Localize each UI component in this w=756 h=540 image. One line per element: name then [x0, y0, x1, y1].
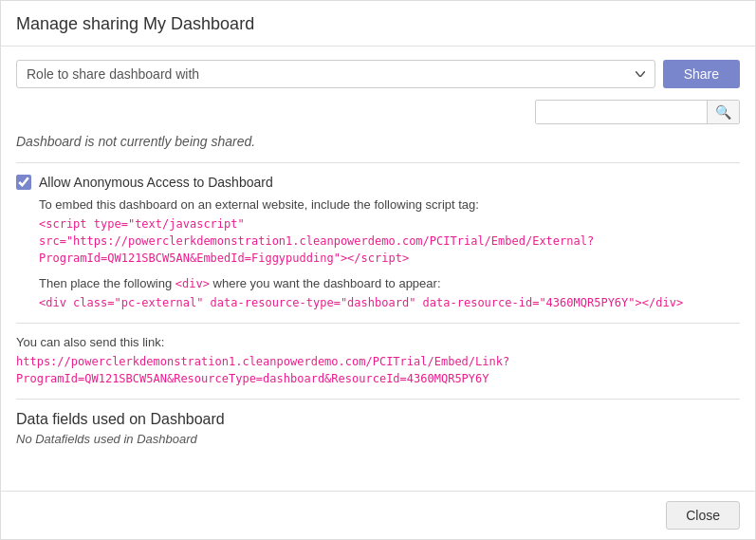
embed-intro-text: To embed this dashboard on an external w… [39, 197, 740, 212]
anonymous-checkbox-row: Allow Anonymous Access to Dashboard [16, 175, 740, 190]
embed-script-code: <script type="text/javascript" src="http… [39, 215, 740, 267]
search-box: 🔍 [535, 100, 740, 124]
embed-section: To embed this dashboard on an external w… [16, 197, 740, 311]
anonymous-access-section: Allow Anonymous Access to Dashboard To e… [16, 175, 740, 311]
manage-sharing-dialog: Manage sharing My Dashboard Role to shar… [0, 0, 756, 540]
search-icon: 🔍 [715, 104, 731, 120]
not-shared-status: Dashboard is not currently being shared. [16, 134, 740, 149]
close-button[interactable]: Close [666, 501, 740, 530]
div-intro-before: Then place the following [39, 276, 175, 290]
search-input[interactable] [536, 102, 707, 123]
div-intro-after: where you want the dashboard to appear: [210, 276, 441, 290]
data-fields-section: Data fields used on Dashboard No Datafie… [16, 411, 740, 446]
role-select[interactable]: Role to share dashboard with [16, 60, 655, 88]
anonymous-access-checkbox[interactable] [16, 175, 31, 190]
dialog-title: Manage sharing My Dashboard [16, 14, 740, 34]
link-intro-text: You can also send this link: [16, 335, 740, 349]
dialog-body: Role to share dashboard with Share 🔍 Das… [1, 47, 755, 491]
div-embed-code: <div class="pc-external" data-resource-t… [39, 294, 740, 311]
data-fields-empty: No Datafields used in Dashboard [16, 432, 740, 446]
search-icon-button[interactable]: 🔍 [707, 101, 739, 123]
data-fields-title: Data fields used on Dashboard [16, 411, 740, 428]
divider-1 [16, 162, 740, 163]
dialog-footer: Close [1, 491, 755, 539]
dialog-header: Manage sharing My Dashboard [1, 1, 755, 47]
div-intro-text: Then place the following <div> where you… [39, 276, 740, 290]
divider-3 [16, 399, 740, 400]
share-button[interactable]: Share [663, 60, 740, 88]
divider-2 [16, 323, 740, 324]
div-code-inline: <div> [175, 277, 210, 290]
anonymous-checkbox-label: Allow Anonymous Access to Dashboard [39, 175, 273, 190]
link-section: You can also send this link: https://pow… [16, 335, 740, 387]
top-row: Role to share dashboard with Share [16, 60, 740, 88]
search-row: 🔍 [16, 100, 740, 124]
link-url: https://powerclerkdemonstration1.cleanpo… [16, 353, 740, 387]
